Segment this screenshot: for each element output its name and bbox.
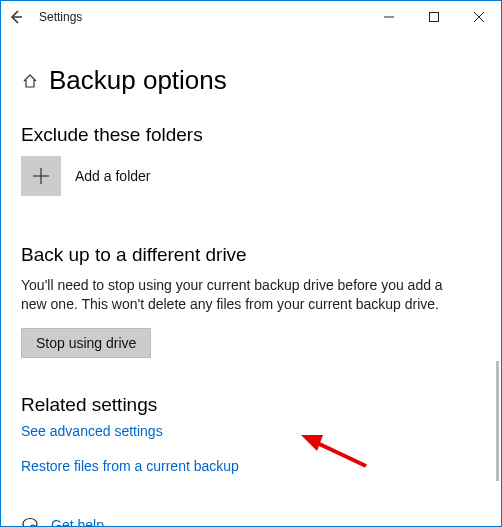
stop-using-drive-button[interactable]: Stop using drive <box>21 328 151 358</box>
titlebar: Settings <box>1 1 501 33</box>
different-drive-heading: Back up to a different drive <box>21 244 481 266</box>
restore-files-link[interactable]: Restore files from a current backup <box>21 458 239 474</box>
close-button[interactable] <box>456 2 501 32</box>
app-title: Settings <box>39 10 82 24</box>
home-icon[interactable] <box>21 72 39 90</box>
help-row: ? Get help <box>21 516 481 527</box>
svg-rect-2 <box>429 13 438 22</box>
different-drive-body: You'll need to stop using your current b… <box>21 276 461 314</box>
scrollbar-thumb[interactable] <box>496 361 499 481</box>
content-area: Backup options Exclude these folders Add… <box>1 33 501 527</box>
get-help-link[interactable]: Get help <box>51 517 104 527</box>
page-title: Backup options <box>49 65 227 96</box>
maximize-button[interactable] <box>411 2 456 32</box>
page-header: Backup options <box>21 65 481 96</box>
plus-icon <box>21 156 61 196</box>
add-folder-button[interactable]: Add a folder <box>21 156 481 196</box>
related-heading: Related settings <box>21 394 481 416</box>
add-folder-label: Add a folder <box>75 168 151 184</box>
titlebar-left: Settings <box>7 8 82 26</box>
advanced-settings-link[interactable]: See advanced settings <box>21 423 163 439</box>
window-controls <box>366 2 501 32</box>
back-arrow-icon[interactable] <box>7 8 25 26</box>
exclude-heading: Exclude these folders <box>21 124 481 146</box>
minimize-button[interactable] <box>366 2 411 32</box>
chat-help-icon: ? <box>21 516 39 527</box>
